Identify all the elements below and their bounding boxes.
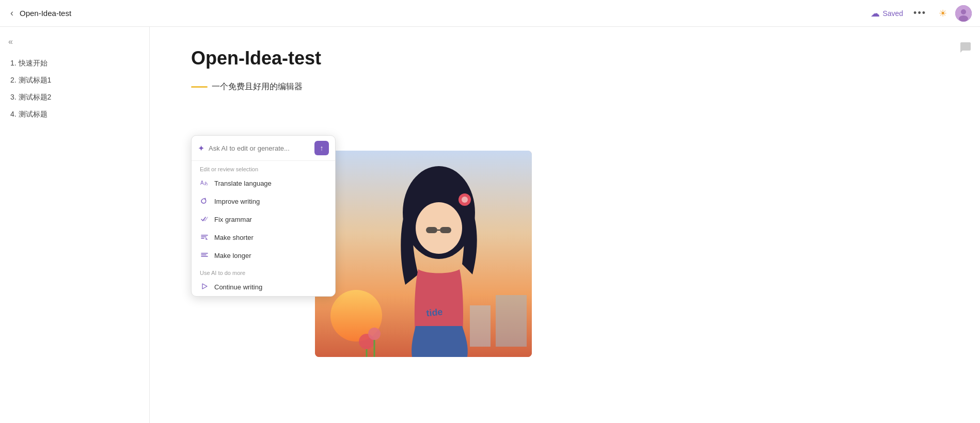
image-overlay: tide bbox=[315, 151, 532, 357]
back-icon: ‹ bbox=[10, 8, 13, 19]
anime-illustration: tide bbox=[315, 151, 532, 357]
continue-writing-icon bbox=[200, 282, 209, 292]
content-area: Open-Idea-test 一个免费且好用的编辑器 ✦ ↑ Edit or r… bbox=[150, 27, 980, 423]
continue-writing-label: Continue writing bbox=[214, 283, 262, 291]
top-nav: ‹ Open-Idea-test ☁ Saved ••• ☀ bbox=[0, 0, 980, 27]
sidebar-item-3[interactable]: 3. 测试标题2 bbox=[0, 89, 149, 106]
improve-icon bbox=[200, 197, 209, 206]
fix-grammar-label: Fix grammar bbox=[214, 216, 252, 223]
avatar-image bbox=[955, 5, 972, 22]
more-button[interactable]: ••• bbox=[909, 6, 930, 21]
svg-text:あ: あ bbox=[204, 181, 208, 186]
saved-label: Saved bbox=[882, 9, 903, 18]
subtitle-bar: 一个免费且好用的编辑器 bbox=[191, 82, 939, 92]
ai-input-row: ✦ ↑ bbox=[192, 136, 335, 161]
section1-label: Edit or review selection bbox=[192, 161, 335, 174]
sidebar-collapse-button[interactable]: « bbox=[0, 33, 21, 51]
sidebar-item-2[interactable]: 2. 测试标题1 bbox=[0, 72, 149, 89]
sidebar-item-4[interactable]: 4. 测试标题 bbox=[0, 106, 149, 123]
make-longer-icon bbox=[200, 251, 209, 261]
svg-point-19 bbox=[462, 197, 468, 203]
back-button[interactable]: ‹ bbox=[8, 6, 15, 21]
avatar[interactable] bbox=[955, 5, 972, 22]
svg-rect-14 bbox=[470, 305, 491, 347]
subtitle-text: 一个免费且好用的编辑器 bbox=[212, 82, 303, 92]
main-layout: « 1. 快速开始 2. 测试标题1 3. 测试标题2 4. 测试标题 Open… bbox=[0, 27, 980, 423]
svg-marker-11 bbox=[202, 284, 207, 289]
theme-button[interactable]: ☀ bbox=[937, 6, 949, 21]
make-shorter-label: Make shorter bbox=[214, 234, 254, 241]
continue-writing-item[interactable]: Continue writing bbox=[192, 278, 335, 296]
yellow-line-decoration bbox=[191, 86, 208, 88]
content-image: tide bbox=[315, 151, 532, 357]
translate-language-label: Translate language bbox=[214, 180, 272, 187]
chat-button[interactable] bbox=[959, 41, 972, 57]
svg-point-17 bbox=[416, 202, 462, 254]
ai-input[interactable] bbox=[209, 144, 310, 152]
fix-grammar-icon bbox=[200, 215, 209, 224]
svg-rect-22 bbox=[440, 227, 451, 233]
ai-spark-icon: ✦ bbox=[198, 143, 204, 153]
cloud-icon: ☁ bbox=[871, 8, 880, 19]
improve-writing-item[interactable]: Improve writing bbox=[192, 192, 335, 210]
ai-popup: ✦ ↑ Edit or review selection A あ Transla… bbox=[191, 135, 336, 297]
sidebar: « 1. 快速开始 2. 测试标题1 3. 测试标题2 4. 测试标题 bbox=[0, 27, 150, 423]
make-longer-item[interactable]: Make longer bbox=[192, 247, 335, 265]
svg-point-2 bbox=[959, 15, 968, 22]
svg-text:A: A bbox=[200, 180, 204, 186]
translate-icon: A あ bbox=[200, 178, 209, 188]
nav-right: ☁ Saved ••• ☀ bbox=[871, 5, 972, 22]
make-longer-label: Make longer bbox=[214, 252, 251, 259]
nav-left: ‹ Open-Idea-test bbox=[8, 6, 71, 21]
svg-point-1 bbox=[961, 9, 966, 14]
svg-rect-15 bbox=[496, 295, 527, 347]
sidebar-item-1[interactable]: 1. 快速开始 bbox=[0, 55, 149, 72]
make-shorter-icon bbox=[200, 233, 209, 242]
ai-send-button[interactable]: ↑ bbox=[314, 141, 329, 155]
improve-writing-label: Improve writing bbox=[214, 198, 260, 205]
translate-language-item[interactable]: A あ Translate language bbox=[192, 174, 335, 192]
saved-indicator: ☁ Saved bbox=[871, 8, 903, 19]
section2-label: Use AI to do more bbox=[192, 265, 335, 278]
fix-grammar-item[interactable]: Fix grammar bbox=[192, 210, 335, 229]
svg-text:tide: tide bbox=[426, 307, 444, 319]
svg-point-25 bbox=[368, 328, 381, 340]
nav-title: Open-Idea-test bbox=[20, 9, 71, 18]
make-shorter-item[interactable]: Make shorter bbox=[192, 229, 335, 247]
svg-rect-21 bbox=[426, 227, 437, 233]
page-title: Open-Idea-test bbox=[191, 47, 939, 69]
chat-icon bbox=[959, 41, 972, 54]
